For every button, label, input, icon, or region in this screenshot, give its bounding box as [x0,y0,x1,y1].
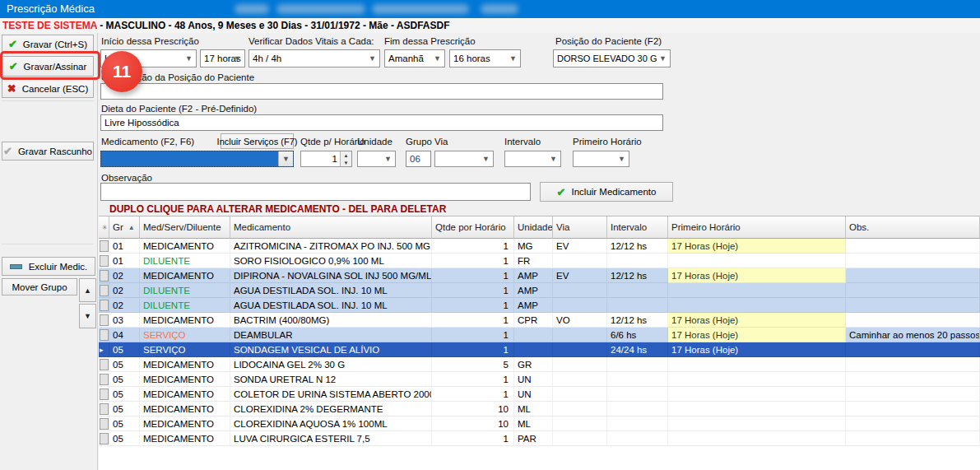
grid-column-header[interactable]: Unidade [514,216,553,239]
cell-medicamento: SONDA URETRAL N 12 [230,372,432,387]
row-indicator-cell[interactable] [99,387,109,402]
table-row[interactable]: 03MEDICAMENTOBACTRIM (400/80MG)1CPRVO12/… [99,313,980,328]
cell-medicamento: AZITROMICINA - ZITROMAX PO INJ. 500 MG [230,239,432,254]
cell-medicamento: COLETOR DE URINA SISTEMA ABERTO 2000ML [230,387,432,402]
verificar-vitais-label: Verificar Dados Vitais a Cada: [248,36,374,46]
cell-unidade: UN [514,372,553,387]
cell-qtde: 10 [432,402,514,416]
grid-column-header[interactable]: Gr▲ [109,216,140,239]
row-indicator-cell[interactable] [99,254,109,268]
incluir-medicamento-button[interactable]: ✔ Incluir Medicamento [540,182,673,202]
dieta-input[interactable] [100,114,663,131]
close-icon: ✖ [7,82,16,95]
row-indicator-cell[interactable]: ▸ [99,342,109,357]
row-indicator-cell[interactable] [99,283,109,298]
grid-column-header[interactable]: Obs. [846,216,980,239]
incluir-medicamento-label: Incluir Medicamento [572,187,657,197]
cell-obs [846,357,980,372]
chevron-down-icon: ▼ [383,151,393,166]
medicamento-select[interactable]: ▼ [100,151,294,167]
unidade-select[interactable]: ▼ [357,151,396,167]
cell-medicamento: AGUA DESTILADA SOL. INJ. 10 ML [230,298,432,313]
row-indicator-cell[interactable] [99,268,109,283]
save-draft-button[interactable]: ✔ Gravar Rascunho [2,142,94,161]
minus-icon [10,264,22,269]
row-indicator-cell[interactable] [99,402,109,416]
move-group-down-button[interactable]: ▼ [79,304,96,328]
cell-via: EV [553,268,607,283]
grid-instructions-text: DUPLO CLIQUE PARA ALTERAR MEDICAMENTO - … [109,203,446,215]
grid-column-header[interactable]: Med/Serv/Diluente [140,216,230,239]
vitais-select[interactable]: 4h / 4h▼ [248,49,380,67]
sidebar: ✔ Gravar (Ctrl+S) ✔ Gravar/Assinar ✖ Can… [0,33,98,470]
table-row[interactable]: 04SERVIÇODEAMBULAR16/6 hs17 Horas (Hoje)… [99,328,980,342]
table-row[interactable]: 05MEDICAMENTOSONDA URETRAL N 121UN [99,372,980,387]
observacao-input[interactable] [100,183,531,201]
incluir-servicos-button[interactable]: Incluir Serviços (F7) [221,133,294,149]
cell-tipo: MEDICAMENTO [140,431,230,446]
row-indicator-cell[interactable] [99,357,109,372]
grid-column-header[interactable]: Via [553,216,607,239]
inicio-time-select[interactable]: 17 horas▼ [200,49,245,67]
move-group-up-button[interactable]: ▲ [79,278,96,302]
table-row[interactable]: 05MEDICAMENTOLUVA CIRURGICA ESTERIL 7,51… [99,431,980,446]
table-row[interactable]: 05MEDICAMENTOLIDOCAINA GEL 2% 30 G5GR [99,357,980,372]
row-indicator-cell[interactable] [99,416,109,431]
cell-medicamento: CLOREXIDINA 2% DEGERMANTE [230,402,432,416]
cell-primeiro-horario [668,431,846,446]
fim-day-select[interactable]: Amanhã▼ [384,49,445,67]
table-row[interactable]: 01DILUENTESORO FISIOLOGICO 0,9% 100 ML1F… [99,254,980,268]
grupo-input[interactable] [406,151,431,167]
cell-tipo: MEDICAMENTO [140,416,230,431]
table-row[interactable]: 05MEDICAMENTOCLOREXIDINA 2% DEGERMANTE10… [99,402,980,416]
cell-medicamento: DEAMBULAR [230,328,432,342]
grid-column-header[interactable]: Intervalo [607,216,668,239]
via-select[interactable]: ▼ [434,151,494,167]
table-row[interactable]: 05MEDICAMENTOCLOREXIDINA AQUOSA 1% 100ML… [99,416,980,431]
table-row[interactable]: 01MEDICAMENTOAZITROMICINA - ZITROMAX PO … [99,239,980,254]
row-selector-box [100,389,109,400]
row-indicator-cell[interactable] [99,239,109,254]
annotation-highlight-rect [0,51,100,80]
cell-primeiro-horario: 17 Horas (Hoje) [668,239,846,254]
row-indicator-cell[interactable] [99,372,109,387]
quantity-stepper[interactable]: 1 ▲ ▼ [300,151,352,167]
table-row[interactable]: 05MEDICAMENTOCOLETOR DE URINA SISTEMA AB… [99,387,980,402]
fim-time-select[interactable]: 16 horas▼ [449,49,521,67]
cell-unidade: GR [514,357,553,372]
table-row[interactable]: 02DILUENTEAGUA DESTILADA SOL. INJ. 10 ML… [99,298,980,313]
row-selector-box [100,374,109,385]
row-indicator-cell[interactable] [99,298,109,313]
row-selector-box [100,270,109,282]
cell-intervalo [607,254,668,268]
primeiro-horario-select[interactable]: ▼ [573,151,629,167]
cell-qtde: 1 [432,328,514,342]
obs-posicao-input[interactable] [100,83,663,100]
cell-primeiro-horario: 17 Horas (Hoje) [668,342,846,357]
save-draft-button-label: Gravar Rascunho [18,147,92,156]
check-icon: ✔ [557,186,566,198]
grid-column-header[interactable]: Primeiro Horário [668,216,846,239]
cell-unidade: AMP [514,298,553,313]
row-indicator-cell[interactable] [99,328,109,342]
sidebar-divider [2,100,94,101]
table-row[interactable]: 02MEDICAMENTODIPIRONA - NOVALGINA SOL IN… [99,268,980,283]
delete-medication-button[interactable]: Excluir Medic. [2,257,95,276]
intervalo-select[interactable]: ▼ [504,151,561,167]
posicao-paciente-select[interactable]: DORSO ELEVADO 30 G▼ [553,49,671,67]
spinner-down-icon[interactable]: ▼ [340,159,351,166]
grupo-label: Grupo [406,137,432,147]
cell-obs [846,372,980,387]
table-row[interactable]: 02DILUENTEAGUA DESTILADA SOL. INJ. 10 ML… [99,283,980,298]
cancel-button[interactable]: ✖ Cancelar (ESC) [2,79,94,98]
spinner-up-icon[interactable]: ▲ [340,151,351,159]
row-indicator-cell[interactable] [99,313,109,328]
row-indicator-cell[interactable] [99,431,109,446]
chevron-down-icon: ▼ [657,50,668,67]
table-row[interactable]: ▸05SERVIÇOSONDAGEM VESICAL DE ALÍVIO124/… [99,342,980,357]
move-group-button[interactable]: Mover Grupo [2,278,77,295]
patient-info-bar: TESTE DE SISTEMA - MASCULINO - 48 Anos, … [0,18,980,33]
grid-column-header[interactable]: Qtde por Horário [432,216,514,239]
cell-tipo: DILUENTE [140,254,230,268]
grid-column-header[interactable]: Medicamento [230,216,432,239]
